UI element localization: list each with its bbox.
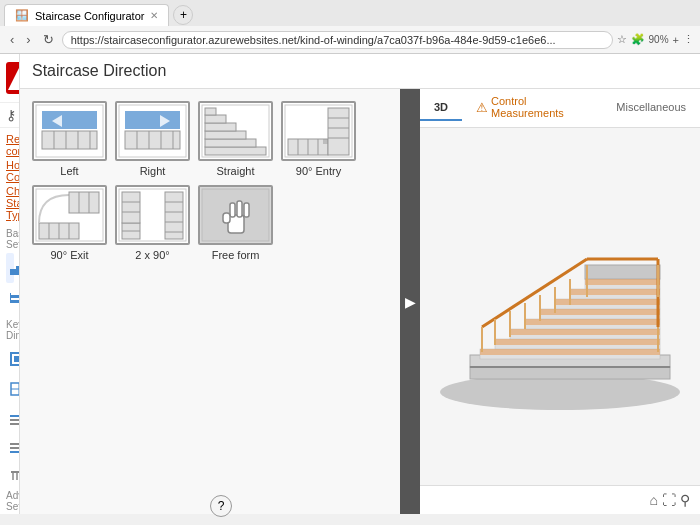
- svg-rect-45: [42, 131, 97, 149]
- svg-rect-87: [122, 192, 140, 223]
- svg-rect-64: [205, 115, 226, 123]
- reset-link[interactable]: Reset construction: [6, 132, 13, 158]
- option-box-freeform[interactable]: [198, 185, 273, 245]
- svg-rect-63: [205, 123, 236, 131]
- option-left[interactable]: Left: [32, 101, 107, 177]
- svg-rect-52: [125, 111, 180, 129]
- search-view-button[interactable]: ⚲: [678, 490, 692, 510]
- refresh-button[interactable]: ↻: [39, 30, 58, 49]
- sidebar-item-balcony[interactable]: Balcony: [6, 464, 14, 484]
- svg-rect-120: [585, 279, 660, 285]
- svg-rect-14: [10, 415, 20, 417]
- svg-rect-81: [69, 192, 99, 213]
- sidebar-item-flight-dimensions[interactable]: Flight Dimensions: [6, 374, 14, 404]
- svg-marker-0: [8, 66, 20, 90]
- svg-rect-17: [10, 443, 20, 445]
- tab-bar: 🪟 Staircase Configurator ✕ +: [0, 0, 700, 26]
- key-icon[interactable]: ⚷: [6, 107, 16, 123]
- svg-rect-5: [10, 300, 20, 303]
- tab-favicon: 🪟: [15, 9, 29, 22]
- warning-icon: ⚠: [476, 100, 488, 115]
- option-freeform[interactable]: Free form: [198, 185, 273, 261]
- stair-right-icon: [117, 103, 188, 159]
- tab-miscellaneous[interactable]: Miscellaneous: [602, 95, 700, 121]
- page-title: Staircase Direction: [32, 62, 166, 79]
- svg-rect-100: [223, 213, 230, 223]
- sidebar-main-section: Reset construction How Construction Chan…: [0, 128, 19, 514]
- options-panel: Left: [20, 89, 400, 514]
- svg-rect-4: [10, 295, 20, 298]
- sidebar-item-tread-widths[interactable]: Tread Widths: [6, 283, 14, 313]
- fullscreen-button[interactable]: ⛶: [660, 490, 678, 510]
- svg-rect-16: [10, 423, 20, 425]
- browser-tab[interactable]: 🪟 Staircase Configurator ✕: [4, 4, 169, 26]
- svg-rect-75: [323, 139, 328, 144]
- svg-rect-115: [510, 329, 660, 335]
- sidebar-item-upper-walls[interactable]: Upper walls: [6, 434, 14, 464]
- help-button[interactable]: ?: [210, 495, 232, 517]
- option-box-left[interactable]: [32, 101, 107, 161]
- option-straight[interactable]: Straight: [198, 101, 273, 177]
- key-dimensions-title: Key Dimensions: [6, 319, 13, 341]
- back-button[interactable]: ‹: [6, 30, 18, 49]
- tab-control-measurements[interactable]: ⚠ Control Measurements: [462, 89, 602, 127]
- menu-button[interactable]: ⋮: [683, 33, 694, 46]
- tab-title: Staircase Configurator: [35, 10, 144, 22]
- svg-rect-116: [525, 319, 660, 325]
- option-2x90[interactable]: 2 x 90°: [115, 185, 190, 261]
- svg-rect-97: [230, 203, 235, 217]
- option-label-straight: Straight: [217, 165, 255, 177]
- browser-actions: ☆ 🧩 90% + ⋮: [617, 33, 694, 46]
- option-label-2x90: 2 x 90°: [135, 249, 169, 261]
- svg-rect-53: [125, 131, 180, 149]
- tab-3d[interactable]: 3D: [420, 95, 462, 121]
- view-tabs: 3D ⚠ Control Measurements Miscellaneous: [420, 89, 700, 128]
- sidebar-controls: ⚷ ⚙ ℹ: [0, 103, 19, 128]
- extensions-button[interactable]: 🧩: [631, 33, 645, 46]
- change-stair-link[interactable]: Change Stair Type: [6, 184, 13, 222]
- tab-close-button[interactable]: ✕: [150, 10, 158, 21]
- option-label-left: Left: [60, 165, 78, 177]
- option-90exit[interactable]: 90° Exit: [32, 185, 107, 261]
- svg-rect-119: [570, 289, 660, 295]
- option-box-90entry[interactable]: [281, 101, 356, 161]
- bookmark-button[interactable]: ☆: [617, 33, 627, 46]
- stair-left-icon: [34, 103, 105, 159]
- staircase-direction-icon: [10, 261, 20, 275]
- svg-rect-61: [205, 139, 256, 147]
- sidebar-item-well-hole[interactable]: Well hole: [6, 344, 14, 374]
- option-label-freeform: Free form: [212, 249, 260, 261]
- sidebar-item-staircase-direction[interactable]: Staircase Direction: [6, 253, 14, 283]
- svg-rect-102: [470, 367, 670, 379]
- basic-settings-title: Basic Settings: [6, 228, 13, 250]
- svg-rect-62: [205, 131, 246, 139]
- option-box-right[interactable]: [115, 101, 190, 161]
- expand-button[interactable]: ▶: [400, 89, 420, 514]
- stair-straight-icon: [200, 103, 271, 159]
- page-header: Staircase Direction: [20, 54, 700, 89]
- stair-90entry-icon: [283, 103, 354, 159]
- how-construction-link[interactable]: How Construction: [6, 158, 13, 184]
- home-button[interactable]: ⌂: [648, 490, 660, 510]
- svg-rect-65: [205, 108, 216, 115]
- svg-rect-15: [10, 419, 20, 421]
- option-box-2x90[interactable]: [115, 185, 190, 245]
- zoom-in-button[interactable]: +: [673, 34, 679, 46]
- url-input[interactable]: https://staircaseconfigurator.azurewebsi…: [62, 31, 613, 49]
- tread-widths-icon: [10, 291, 20, 305]
- new-tab-button[interactable]: +: [173, 5, 193, 25]
- forward-button[interactable]: ›: [22, 30, 34, 49]
- option-90entry[interactable]: 90° Entry: [281, 101, 356, 177]
- sidebar-item-lower-walls[interactable]: Lower walls: [6, 404, 14, 434]
- main-content: Staircase Direction: [20, 54, 700, 514]
- view-panel: 3D ⚠ Control Measurements Miscellaneous: [420, 89, 700, 514]
- option-box-straight[interactable]: [198, 101, 273, 161]
- option-box-90exit[interactable]: [32, 185, 107, 245]
- svg-rect-114: [495, 339, 660, 345]
- advanced-settings-title: Advanced Settings: [6, 490, 13, 512]
- svg-rect-98: [237, 201, 242, 217]
- option-right[interactable]: Right: [115, 101, 190, 177]
- app-container: Compass Software ⚷ ⚙ ℹ Reset constructio…: [0, 54, 700, 514]
- svg-rect-1: [10, 269, 16, 275]
- sidebar: Compass Software ⚷ ⚙ ℹ Reset constructio…: [0, 54, 20, 514]
